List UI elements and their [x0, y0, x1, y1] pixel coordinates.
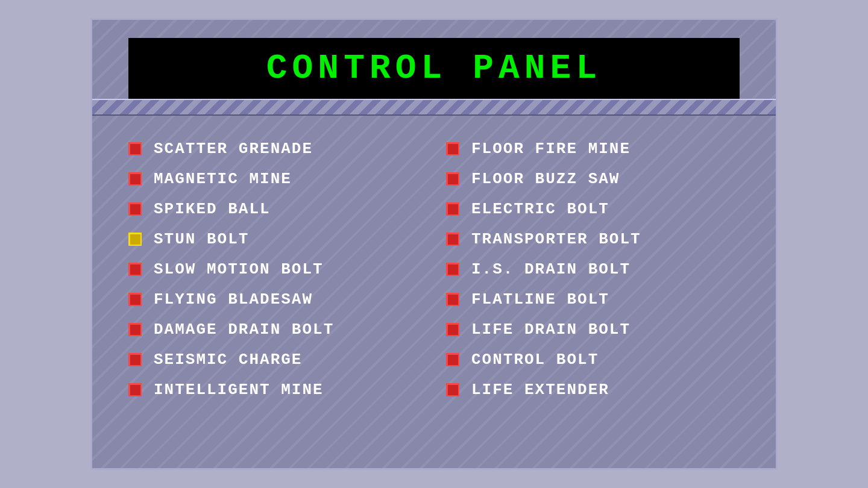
- list-item: SLOW MOTION BOLT: [116, 254, 434, 284]
- item-label: SLOW MOTION BOLT: [154, 260, 324, 278]
- item-label: DAMAGE DRAIN BOLT: [154, 321, 334, 339]
- item-label: SPIKED BALL: [154, 200, 271, 218]
- separator: [92, 99, 776, 116]
- item-label: FLOOR BUZZ SAW: [471, 170, 620, 188]
- item-bullet-icon: [128, 383, 142, 396]
- list-item: FLYING BLADESAW: [116, 284, 434, 314]
- item-bullet-icon: [446, 383, 459, 396]
- item-bullet-icon: [128, 172, 142, 186]
- list-item: FLOOR FIRE MINE: [434, 134, 752, 164]
- item-bullet-icon: [128, 202, 142, 216]
- item-label: FLYING BLADESAW: [154, 290, 313, 308]
- list-item: TRANSPORTER BOLT: [434, 224, 752, 254]
- item-bullet-icon: [446, 142, 459, 155]
- item-label: STUN BOLT: [154, 230, 249, 248]
- item-label: SEISMIC CHARGE: [154, 351, 302, 369]
- list-item: MAGNETIC MINE: [116, 164, 434, 194]
- item-bullet-icon: [128, 142, 142, 155]
- item-bullet-icon: [446, 353, 459, 366]
- item-label: LIFE DRAIN BOLT: [471, 321, 631, 339]
- item-label: MAGNETIC MINE: [154, 170, 292, 188]
- list-item: LIFE EXTENDER: [434, 375, 752, 405]
- item-bullet-icon: [128, 233, 142, 246]
- item-bullet-icon: [446, 293, 459, 306]
- list-item: SCATTER GRENADE: [116, 134, 434, 164]
- item-label: FLATLINE BOLT: [471, 290, 609, 308]
- item-label: ELECTRIC BOLT: [471, 200, 609, 218]
- list-item: LIFE DRAIN BOLT: [434, 314, 752, 345]
- list-item: CONTROL BOLT: [434, 345, 752, 375]
- item-bullet-icon: [446, 172, 459, 186]
- item-label: FLOOR FIRE MINE: [471, 140, 631, 158]
- game-screen: CONTROL PANEL SCATTER GRENADEMAGNETIC MI…: [90, 18, 778, 470]
- item-label: LIFE EXTENDER: [471, 381, 609, 399]
- item-label: I.S. DRAIN BOLT: [471, 260, 631, 278]
- items-grid: SCATTER GRENADEMAGNETIC MINESPIKED BALLS…: [92, 116, 776, 417]
- list-item: DAMAGE DRAIN BOLT: [116, 314, 434, 345]
- list-item: FLOOR BUZZ SAW: [434, 164, 752, 194]
- item-bullet-icon: [128, 353, 142, 366]
- list-item: SEISMIC CHARGE: [116, 345, 434, 375]
- item-label: INTELLIGENT MINE: [154, 381, 324, 399]
- item-label: CONTROL BOLT: [471, 351, 599, 369]
- list-item: ELECTRIC BOLT: [434, 194, 752, 224]
- list-item: INTELLIGENT MINE: [116, 375, 434, 405]
- list-item: I.S. DRAIN BOLT: [434, 254, 752, 284]
- right-column: FLOOR FIRE MINEFLOOR BUZZ SAWELECTRIC BO…: [434, 134, 752, 405]
- item-bullet-icon: [446, 323, 459, 336]
- list-item: STUN BOLT: [116, 224, 434, 254]
- item-bullet-icon: [446, 202, 459, 216]
- list-item: FLATLINE BOLT: [434, 284, 752, 314]
- item-bullet-icon: [128, 263, 142, 276]
- item-label: TRANSPORTER BOLT: [471, 230, 641, 248]
- item-bullet-icon: [446, 233, 459, 246]
- item-bullet-icon: [446, 263, 459, 276]
- item-bullet-icon: [128, 293, 142, 306]
- item-bullet-icon: [128, 323, 142, 336]
- item-label: SCATTER GRENADE: [154, 140, 313, 158]
- left-column: SCATTER GRENADEMAGNETIC MINESPIKED BALLS…: [116, 134, 434, 405]
- list-item: SPIKED BALL: [116, 194, 434, 224]
- title-bar: CONTROL PANEL: [128, 38, 740, 99]
- screen-title: CONTROL PANEL: [266, 49, 602, 88]
